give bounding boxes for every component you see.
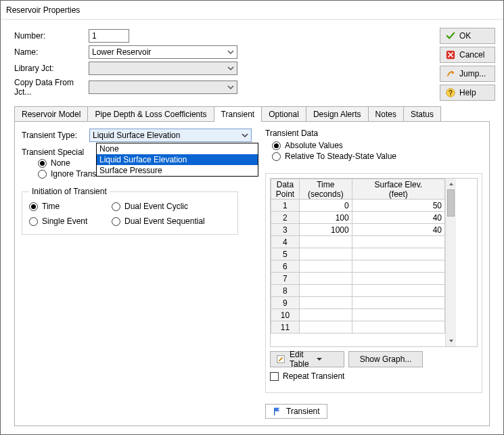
chevron-down-icon [227, 49, 234, 55]
radio-td-relative-label: Relative To Steady-State Value [285, 152, 396, 161]
transient-type-label: Transient Type: [22, 131, 84, 140]
number-input[interactable] [89, 29, 129, 43]
cell-index: 8 [271, 285, 300, 297]
cell-time[interactable] [299, 309, 352, 321]
radio-td-absolute[interactable] [272, 141, 281, 150]
cell-time[interactable] [299, 321, 352, 334]
table-row[interactable]: 4 [271, 236, 445, 248]
cell-time[interactable] [299, 273, 352, 285]
cell-elev[interactable] [352, 236, 444, 248]
repeat-transient-label: Repeat Transient [283, 371, 344, 381]
option-surface-pressure[interactable]: Surface Pressure [97, 165, 258, 176]
cell-time[interactable] [299, 297, 352, 309]
radio-init-single[interactable] [29, 217, 38, 226]
scroll-up-icon[interactable] [446, 179, 456, 189]
jump-icon [446, 69, 455, 78]
cancel-label: Cancel [459, 50, 489, 60]
radio-td-absolute-label: Absolute Values [285, 141, 343, 150]
transient-data-grid[interactable]: Data Point Time (seconds) Surface Elev. … [270, 178, 478, 347]
transient-type-dropdown[interactable]: None Liquid Surface Elevation Surface Pr… [96, 143, 258, 177]
edit-table-button[interactable]: Edit Table [270, 351, 344, 367]
cell-time[interactable]: 1000 [299, 224, 352, 236]
col-time[interactable]: Time (seconds) [299, 179, 352, 200]
radio-ts-none-label: None [51, 158, 70, 168]
jump-button[interactable]: Jump... [440, 66, 495, 82]
edit-table-label: Edit Table [290, 350, 312, 369]
radio-init-seq[interactable] [112, 217, 120, 226]
table-row[interactable]: 10 [271, 309, 445, 321]
initiation-group: Initiation of Transient Time Dual Event … [22, 187, 238, 235]
scroll-down-icon[interactable] [446, 336, 456, 346]
cell-time[interactable] [299, 236, 352, 248]
col-data-point[interactable]: Data Point [271, 179, 300, 200]
option-none[interactable]: None [97, 143, 258, 154]
transient-type-combo[interactable]: Liquid Surface Elevation [89, 129, 252, 142]
cell-elev[interactable] [352, 297, 444, 309]
cell-index: 9 [271, 297, 300, 309]
edit-icon [276, 354, 285, 364]
radio-td-relative[interactable] [272, 152, 281, 161]
cell-time[interactable]: 0 [299, 200, 352, 212]
radio-init-cyclic[interactable] [112, 202, 120, 211]
table-row[interactable]: 210040 [271, 212, 445, 224]
radio-init-time[interactable] [29, 202, 38, 211]
chevron-down-icon [242, 132, 248, 139]
cell-time[interactable] [299, 248, 352, 260]
library-combo[interactable] [89, 62, 237, 75]
name-combo[interactable]: Lower Reservoir [89, 45, 237, 59]
cell-elev[interactable]: 50 [352, 200, 444, 212]
table-row[interactable]: 1050 [271, 200, 445, 212]
help-icon: ? [446, 88, 455, 97]
radio-init-single-label: Single Event [42, 216, 87, 226]
cell-time[interactable] [299, 285, 352, 297]
table-row[interactable]: 8 [271, 285, 445, 297]
cell-index: 11 [271, 321, 300, 334]
help-label: Help [459, 88, 489, 97]
copy-combo[interactable] [89, 81, 237, 94]
table-row[interactable]: 7 [271, 273, 445, 285]
cross-icon [446, 50, 455, 60]
scroll-thumb[interactable] [447, 189, 455, 216]
repeat-transient-checkbox[interactable] [270, 372, 279, 381]
cell-elev[interactable] [352, 309, 444, 321]
cell-elev[interactable] [352, 321, 444, 334]
cell-elev[interactable] [352, 248, 444, 260]
table-row[interactable]: 6 [271, 260, 445, 273]
copy-label: Copy Data From Jct... [14, 78, 89, 97]
cell-time[interactable] [299, 260, 352, 273]
radio-ts-none[interactable] [38, 159, 47, 168]
chevron-down-icon [227, 84, 234, 91]
number-label: Number: [14, 31, 89, 41]
help-button[interactable]: ? Help [440, 85, 495, 101]
tab-transient[interactable]: Transient [214, 106, 262, 122]
tab-reservoir-model[interactable]: Reservoir Model [14, 106, 88, 121]
mini-tab-transient[interactable]: Transient [265, 404, 327, 419]
cell-elev[interactable]: 40 [352, 212, 444, 224]
cell-elev[interactable] [352, 273, 444, 285]
table-row[interactable]: 3100040 [271, 224, 445, 236]
cell-elev[interactable] [352, 260, 444, 273]
cell-elev[interactable]: 40 [352, 224, 444, 236]
ok-button[interactable]: OK [440, 28, 495, 44]
show-graph-button[interactable]: Show Graph... [348, 351, 423, 367]
tab-status[interactable]: Status [403, 106, 441, 121]
col-elev[interactable]: Surface Elev. (feet) [352, 179, 444, 200]
radio-init-cyclic-label: Dual Event Cyclic [124, 202, 188, 211]
check-icon [446, 31, 455, 41]
cell-time[interactable]: 100 [299, 212, 352, 224]
tab-optional[interactable]: Optional [261, 106, 306, 121]
name-label: Name: [14, 47, 89, 57]
radio-init-seq-label: Dual Event Sequential [124, 216, 205, 226]
tab-design-alerts[interactable]: Design Alerts [306, 106, 369, 121]
cancel-button[interactable]: Cancel [440, 47, 495, 63]
table-row[interactable]: 5 [271, 248, 445, 260]
option-liquid-surface-elevation[interactable]: Liquid Surface Elevation [97, 154, 258, 165]
table-row[interactable]: 9 [271, 297, 445, 309]
tab-pipe-depth[interactable]: Pipe Depth & Loss Coefficients [87, 106, 214, 121]
scrollbar-vertical[interactable] [445, 179, 456, 346]
name-value: Lower Reservoir [92, 47, 151, 57]
radio-ts-ignore[interactable] [38, 170, 47, 179]
table-row[interactable]: 11 [271, 321, 445, 334]
tab-notes[interactable]: Notes [368, 106, 404, 121]
cell-elev[interactable] [352, 285, 444, 297]
